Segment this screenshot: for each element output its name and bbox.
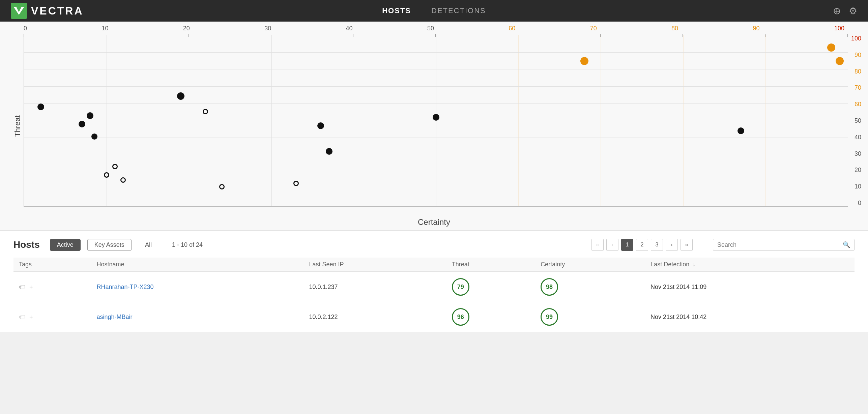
row-2-hostname: asingh-MBair [91, 302, 303, 332]
dot-5[interactable] [104, 172, 109, 178]
page-prev-button[interactable]: ‹ [606, 239, 618, 251]
col-tags: Tags [13, 258, 91, 272]
grid-h-70 [24, 86, 848, 87]
dot-2[interactable] [79, 121, 85, 127]
y-label-70: 70 [851, 84, 861, 91]
logo-text: VECTRA [31, 5, 84, 17]
grid-h-20 [24, 172, 848, 172]
grid-h-50 [24, 121, 848, 121]
y-label-90: 90 [851, 52, 861, 59]
table-row: 🏷 + RHanrahan-TP-X230 10.0.1.237 79 98 N… [13, 272, 855, 302]
table-row: 🏷 + asingh-MBair 10.0.2.122 96 99 Nov 21… [13, 302, 855, 332]
tag-icon[interactable]: 🏷 [19, 313, 26, 321]
page-last-button[interactable]: » [681, 239, 693, 251]
page-1-button[interactable]: 1 [621, 239, 633, 251]
navbar: VECTRA HOSTS DETECTIONS ⊕ ⚙ [0, 0, 868, 22]
dot-13[interactable] [326, 148, 332, 155]
page-next-button[interactable]: › [666, 239, 678, 251]
x-label-40: 40 [346, 25, 353, 32]
dot-12[interactable] [317, 122, 324, 129]
x-label-80: 80 [671, 25, 678, 32]
col-threat: Threat [446, 258, 535, 272]
add-tag-button[interactable]: + [29, 314, 33, 321]
dot-3[interactable] [87, 112, 93, 119]
filter-active-button[interactable]: Active [50, 239, 81, 251]
nav-hosts[interactable]: HOSTS [382, 6, 411, 15]
filter-all-button[interactable]: All [138, 239, 158, 250]
threat-score-badge: 96 [452, 308, 469, 326]
dot-18[interactable] [827, 43, 835, 52]
tag-icon[interactable]: 🏷 [19, 283, 26, 291]
add-tag-button[interactable]: + [29, 284, 33, 291]
hostname-link[interactable]: RHanrahan-TP-X230 [96, 284, 153, 290]
nav-detections[interactable]: DETECTIONS [431, 6, 486, 15]
x-label-30: 30 [264, 25, 271, 32]
hosts-header: Hosts Active Key Assets All 1 - 10 of 24… [13, 239, 855, 251]
grid-h-60 [24, 104, 848, 104]
x-label-20: 20 [183, 25, 190, 32]
grid-h-90 [24, 52, 848, 53]
row-1-ip: 10.0.1.237 [304, 272, 446, 302]
y-axis-label: Threat [13, 115, 22, 137]
filter-key-assets-button[interactable]: Key Assets [87, 239, 132, 251]
tick-x-80 [683, 34, 683, 37]
tick-x-30 [271, 34, 271, 37]
x-label-50: 50 [427, 25, 434, 32]
threat-score-badge: 79 [452, 278, 469, 296]
dot-15[interactable] [580, 57, 588, 65]
search-input[interactable] [717, 241, 841, 248]
row-2-certainty: 99 [535, 302, 645, 332]
row-1-hostname: RHanrahan-TP-X230 [91, 272, 303, 302]
row-1-threat: 79 [446, 272, 535, 302]
dot-16[interactable] [737, 127, 744, 134]
col-hostname: Hostname [91, 258, 303, 272]
table-header-row: Tags Hostname Last Seen IP Threat Certai… [13, 258, 855, 272]
y-axis-labels: 100 90 80 70 60 50 40 30 20 10 0 [851, 35, 861, 207]
page-3-button[interactable]: 3 [651, 239, 663, 251]
certainty-score-badge: 98 [541, 278, 558, 296]
row-1-tags: 🏷 + [13, 272, 91, 302]
chart-plot [24, 35, 848, 207]
hosts-table: Tags Hostname Last Seen IP Threat Certai… [13, 258, 855, 332]
dot-8[interactable] [177, 92, 184, 100]
page-first-button[interactable]: « [591, 239, 604, 251]
x-label-90: 90 [753, 25, 760, 32]
grid-h-30 [24, 155, 848, 155]
tick-x-70 [600, 34, 601, 37]
hosts-section: Hosts Active Key Assets All 1 - 10 of 24… [0, 231, 868, 332]
dot-11[interactable] [293, 181, 299, 186]
tick-x-50 [435, 34, 436, 37]
y-label-20: 20 [851, 167, 861, 174]
x-label-60: 60 [509, 25, 515, 32]
activity-icon[interactable]: ⊕ [833, 5, 841, 17]
dot-1[interactable] [37, 104, 44, 110]
y-label-100: 100 [851, 35, 861, 42]
dot-14[interactable] [433, 114, 439, 121]
dot-19[interactable] [836, 57, 844, 65]
search-box: 🔍 [713, 239, 855, 251]
search-icon: 🔍 [843, 241, 850, 248]
dot-4[interactable] [91, 134, 97, 140]
logo: VECTRA [11, 3, 84, 19]
dot-7[interactable] [120, 177, 126, 183]
tick-x-60 [518, 34, 518, 37]
settings-icon[interactable]: ⚙ [849, 5, 857, 17]
hostname-link[interactable]: asingh-MBair [96, 314, 132, 320]
x-label-100: 100 [834, 25, 844, 32]
tick-x-10 [106, 34, 106, 37]
tick-x-0 [24, 34, 24, 37]
dot-6[interactable] [112, 164, 118, 169]
y-label-60: 60 [851, 101, 861, 108]
row-2-tags: 🏷 + [13, 302, 91, 332]
y-label-0: 0 [851, 200, 861, 207]
row-1-last-detection: Nov 21st 2014 11:09 [645, 272, 855, 302]
dot-10[interactable] [219, 184, 225, 189]
tick-x-100 [847, 34, 848, 37]
pagination-info: 1 - 10 of 24 [172, 241, 203, 248]
dot-9[interactable] [203, 109, 208, 114]
svg-rect-0 [11, 3, 27, 19]
page-2-button[interactable]: 2 [636, 239, 648, 251]
row-1-certainty: 98 [535, 272, 645, 302]
x-label-70: 70 [590, 25, 597, 32]
pagination-controls: « ‹ 1 2 3 › » [591, 239, 693, 251]
